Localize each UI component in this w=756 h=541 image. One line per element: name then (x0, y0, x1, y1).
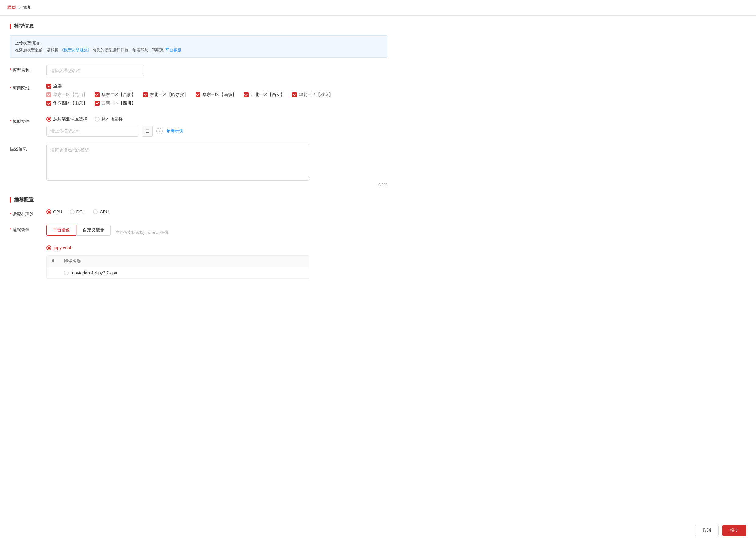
mirror-table: # 镜像名称 jupyterlab 4.4-py3.7-cpu (46, 255, 309, 279)
checkbox-region-southwest1-label: 西南一区【四川】 (102, 101, 136, 106)
radio-cpu-circle (46, 209, 51, 214)
checkbox-region-east4-box (46, 101, 51, 106)
checkbox-region-east2-label: 华东二区【合肥】 (102, 92, 136, 98)
mirror-tab-hint: 当前仅支持选择jupyterlab镜像 (116, 230, 169, 235)
help-icon[interactable]: ? (157, 128, 163, 134)
breadcrumb-parent[interactable]: 模型 (7, 5, 16, 10)
mirror-tabs-row: 平台镜像 自定义镜像 当前仅支持选择jupyterlab镜像 (46, 225, 387, 241)
radio-from-test-circle (46, 117, 51, 122)
checkbox-region-northwest1-box (244, 92, 249, 97)
file-icon: ⊡ (146, 128, 150, 134)
checkbox-region-northeast1-box (143, 92, 148, 97)
checkbox-select-all-box (46, 84, 51, 89)
tab-custom-mirror[interactable]: 自定义镜像 (76, 225, 111, 236)
action-bar: 取消 提交 (0, 520, 756, 541)
select-all-row: 全选 (46, 83, 387, 89)
notice-link1[interactable]: 《模型封装规范》 (60, 48, 92, 52)
file-input-box[interactable]: 请上传模型文件 (46, 126, 138, 137)
processor-row: 适配处理器 CPU DCU GPU (10, 209, 387, 217)
checkbox-region-northwest1-label: 西北一区【西安】 (250, 92, 285, 98)
notice-line1: 在添加模型之前，请根据 (15, 48, 59, 52)
checkbox-region-east4-label: 华东四区【山东】 (53, 101, 87, 106)
processor-radio-group: CPU DCU GPU (46, 209, 387, 214)
mirror-table-header: # 镜像名称 (47, 256, 309, 268)
checkbox-region-north1-label: 华北一区【雄衡】 (299, 92, 333, 98)
ref-link[interactable]: 参考示例 (166, 128, 184, 134)
recommended-config-section-title: 推荐配置 (10, 197, 387, 203)
table-row-name: jupyterlab 4.4-py3.7-cpu (64, 270, 304, 275)
checkbox-region-southwest1[interactable]: 西南一区【四川】 (95, 101, 136, 106)
model-info-section-title: 模型信息 (10, 23, 387, 29)
regions-row-2: 华东四区【山东】 西南一区【四川】 (46, 101, 387, 106)
cancel-button[interactable]: 取消 (695, 525, 719, 536)
col-num-header: # (52, 259, 64, 264)
mirror-tabs: 平台镜像 自定义镜像 (46, 225, 111, 236)
model-file-row: 模型文件 从封装测试区选择 从本地选择 请上传模型文件 ⊡ ? (10, 117, 387, 137)
description-content: 0/200 (46, 144, 387, 187)
jupyterlab-radio-circle (46, 246, 51, 250)
notice-box: 上传模型须知: 在添加模型之前，请根据 《模型封装规范》 将您的模型进行打包，如… (10, 35, 387, 58)
checkbox-select-all[interactable]: 全选 (46, 83, 62, 89)
notice-title: 上传模型须知: (15, 41, 40, 45)
radio-gpu-label: GPU (100, 209, 109, 214)
submit-button[interactable]: 提交 (722, 525, 746, 536)
radio-cpu-label: CPU (53, 209, 62, 214)
checkbox-region-southwest1-box (95, 101, 100, 106)
table-row[interactable]: jupyterlab 4.4-py3.7-cpu (47, 268, 309, 279)
radio-dcu[interactable]: DCU (70, 209, 86, 214)
model-file-label: 模型文件 (10, 117, 46, 124)
col-name-header: 镜像名称 (64, 259, 304, 264)
radio-gpu[interactable]: GPU (93, 209, 109, 214)
jupyterlab-radio-label: jupyterlab (54, 246, 72, 250)
radio-from-local-label: 从本地选择 (102, 117, 123, 122)
checkbox-region-northwest1[interactable]: 西北一区【西安】 (244, 92, 285, 98)
checkbox-region-east3[interactable]: 华东三区【乌镇】 (195, 92, 236, 98)
regions-row-1: 华东一区【昆山】 华东二区【合肥】 东北一区【哈尔滨】 华东三区【乌镇】 西北一… (46, 92, 387, 98)
checkbox-region-northeast1-label: 东北一区【哈尔滨】 (150, 92, 188, 98)
file-icon-button[interactable]: ⊡ (142, 126, 153, 137)
notice-line2: 将您的模型进行打包，如需帮助，请联系 (93, 48, 164, 52)
model-name-label: 模型名称 (10, 65, 46, 73)
checkbox-region-east4[interactable]: 华东四区【山东】 (46, 101, 87, 106)
table-row-name-text: jupyterlab 4.4-py3.7-cpu (71, 270, 117, 275)
file-upload-row: 请上传模型文件 ⊡ ? 参考示例 (46, 126, 387, 137)
checkbox-region-northeast1[interactable]: 东北一区【哈尔滨】 (143, 92, 188, 98)
radio-cpu[interactable]: CPU (46, 209, 62, 214)
file-input-placeholder: 请上传模型文件 (50, 128, 80, 134)
checkbox-select-all-label: 全选 (53, 83, 62, 89)
processor-label: 适配处理器 (10, 209, 46, 217)
available-regions-row: 可用区域 全选 华东一区【昆山】 华东二区【合肥】 (10, 83, 387, 109)
model-name-input[interactable] (46, 65, 144, 76)
checkbox-region-east2[interactable]: 华东二区【合肥】 (95, 92, 136, 98)
checkbox-region-east1-box (46, 92, 51, 97)
available-regions-content: 全选 华东一区【昆山】 华东二区【合肥】 东北一区【哈尔滨】 (46, 83, 387, 109)
table-row-radio[interactable] (64, 270, 69, 275)
main-content: 模型信息 上传模型须知: 在添加模型之前，请根据 《模型封装规范》 将您的模型进… (0, 16, 397, 294)
checkbox-region-east3-label: 华东三区【乌镇】 (202, 92, 236, 98)
available-regions-label: 可用区域 (10, 83, 46, 91)
breadcrumb-separator: > (18, 5, 21, 10)
checkbox-region-north1-box (292, 92, 297, 97)
radio-from-local-circle (95, 117, 100, 122)
model-name-content (46, 65, 387, 76)
notice-link2[interactable]: 平台客服 (165, 48, 181, 52)
radio-from-test-label: 从封装测试区选择 (53, 117, 87, 122)
model-file-radio-group: 从封装测试区选择 从本地选择 (46, 117, 387, 122)
processor-content: CPU DCU GPU (46, 209, 387, 214)
description-textarea[interactable] (46, 144, 309, 181)
radio-from-local[interactable]: 从本地选择 (95, 117, 123, 122)
breadcrumb-current: 添加 (23, 5, 32, 10)
breadcrumb: 模型 > 添加 (0, 0, 756, 16)
checkbox-region-east3-box (195, 92, 200, 97)
jupyterlab-radio[interactable]: jupyterlab (46, 246, 387, 250)
textarea-counter: 0/200 (46, 183, 387, 187)
checkbox-region-east1-label: 华东一区【昆山】 (53, 92, 87, 98)
radio-dcu-label: DCU (76, 209, 86, 214)
model-name-row: 模型名称 (10, 65, 387, 76)
mirror-label: 适配镜像 (10, 225, 46, 233)
mirror-row: 适配镜像 平台镜像 自定义镜像 当前仅支持选择jupyterlab镜像 jupy… (10, 225, 387, 279)
radio-from-test[interactable]: 从封装测试区选择 (46, 117, 87, 122)
tab-platform-mirror[interactable]: 平台镜像 (46, 225, 76, 236)
checkbox-region-north1[interactable]: 华北一区【雄衡】 (292, 92, 333, 98)
checkbox-region-east1[interactable]: 华东一区【昆山】 (46, 92, 87, 98)
